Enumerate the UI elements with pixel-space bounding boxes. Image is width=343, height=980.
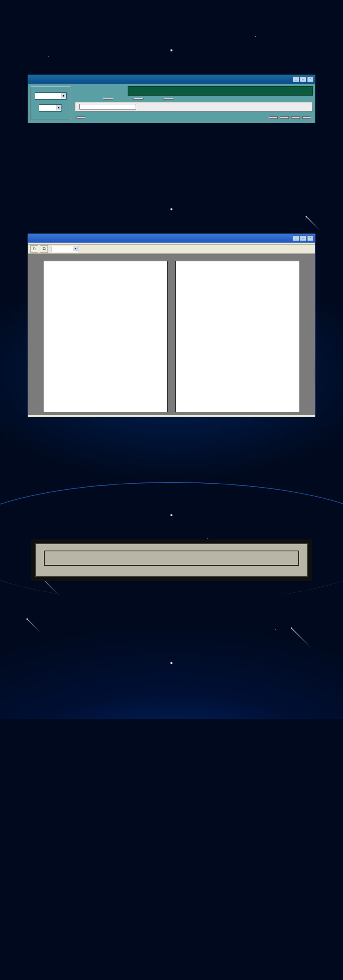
print-icon[interactable]: ⎙ xyxy=(30,245,38,253)
minimize-button[interactable]: _ xyxy=(293,235,299,241)
overcurrent-select[interactable] xyxy=(39,104,62,112)
zoom-select[interactable] xyxy=(51,246,79,252)
device-lcd-panel xyxy=(31,539,312,581)
action-bar xyxy=(75,114,313,120)
feature-03-title: . xyxy=(16,40,327,55)
close-button[interactable]: × xyxy=(307,76,313,82)
feature-06: . xyxy=(0,585,343,719)
maximize-button[interactable]: □ xyxy=(300,76,306,82)
feature-05: . xyxy=(0,421,343,585)
feature-04: . _ □ × ⎙ ⧉ xyxy=(0,127,343,421)
tab-conclusion[interactable] xyxy=(164,98,174,100)
calibration-app-window: _ □ × xyxy=(28,74,315,123)
report-page-1 xyxy=(43,261,168,412)
tab-test-data[interactable] xyxy=(133,98,144,100)
toolbar: ⎙ ⧉ xyxy=(28,245,315,254)
copy-icon[interactable]: ⧉ xyxy=(40,245,48,253)
feature-06-title: . xyxy=(16,653,327,667)
readout-panel xyxy=(128,86,313,96)
close-button[interactable]: × xyxy=(307,235,313,241)
online-measure-button[interactable] xyxy=(77,116,85,119)
maximize-button[interactable]: □ xyxy=(300,235,306,241)
status-bar xyxy=(28,415,315,417)
feature-05-title: . xyxy=(16,505,327,519)
window-titlebar: _ □ × xyxy=(28,234,315,243)
side-panel xyxy=(30,86,71,120)
data-table-panel xyxy=(75,102,313,112)
report-page-2 xyxy=(175,261,300,412)
range-input[interactable] xyxy=(79,104,136,110)
feature-03: . _ □ × xyxy=(0,0,343,127)
minimize-button[interactable]: _ xyxy=(293,76,299,82)
measure-target-select[interactable] xyxy=(35,92,67,100)
save-button[interactable] xyxy=(280,116,289,119)
window-titlebar: _ □ × xyxy=(28,75,315,84)
back-button[interactable] xyxy=(302,116,311,119)
tab-bar xyxy=(75,98,313,100)
delete-button[interactable] xyxy=(291,116,300,119)
feature-04-title: . xyxy=(16,199,327,214)
tab-basic-data[interactable] xyxy=(103,98,113,100)
new-range-button[interactable] xyxy=(269,116,278,119)
datareport-window: _ □ × ⎙ ⧉ xyxy=(28,233,315,417)
